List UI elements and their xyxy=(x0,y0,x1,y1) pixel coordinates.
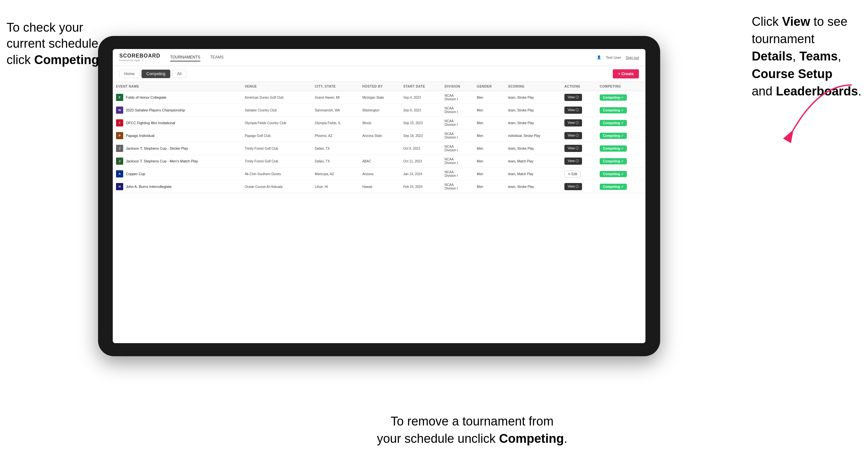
col-hosted: HOSTED BY xyxy=(359,82,400,91)
table-cell: Dallas, TX xyxy=(311,155,359,168)
scoring-cell: team, Stroke Play xyxy=(505,91,561,104)
view-button[interactable]: View ⓘ xyxy=(564,106,582,114)
col-city: CITY, STATE xyxy=(311,82,359,91)
scoring-cell: team, Match Play xyxy=(505,155,561,168)
table-cell: Oct 9, 2023 xyxy=(400,142,441,155)
col-actions: ACTIONS xyxy=(561,82,596,91)
table-cell: Michigan State xyxy=(359,91,400,104)
competing-cell: Competing ✓ xyxy=(596,129,646,142)
table-cell: Trinity Forest Golf Club xyxy=(242,142,311,155)
table-cell: Ocean Course At Hokuala xyxy=(242,180,311,193)
table-row: PPapago IndividualPapago Golf ClubPhoeni… xyxy=(113,129,646,142)
gender-cell: Men xyxy=(473,129,505,142)
nav-teams[interactable]: TEAMS xyxy=(210,54,223,61)
competing-button[interactable]: Competing ✓ xyxy=(600,158,627,164)
right-arrow xyxy=(727,65,858,150)
scoring-cell: individual, Stroke Play xyxy=(505,129,561,142)
competing-button[interactable]: Competing ✓ xyxy=(600,94,627,101)
table-cell: Maricopa, AZ xyxy=(311,168,359,180)
logo-text: SCOREBOARD xyxy=(119,53,160,59)
event-name-cell: HJohn A. Burns Intercollegiate xyxy=(113,180,242,193)
competing-button[interactable]: Competing ✓ xyxy=(600,184,627,190)
view-button[interactable]: View ⓘ xyxy=(564,94,582,101)
view-button[interactable]: View ⓘ xyxy=(564,119,582,126)
table-cell: Grand Haven, MI xyxy=(311,91,359,104)
division-cell: NCAADivision I xyxy=(441,142,473,155)
create-button[interactable]: + Create xyxy=(613,69,639,79)
view-button[interactable]: View ⓘ xyxy=(564,157,582,165)
division-cell: NCAADivision I xyxy=(441,104,473,117)
gender-cell: Men xyxy=(473,180,505,193)
table-cell: Olympia Fields, IL xyxy=(311,117,359,129)
division-cell: NCAADivision I xyxy=(441,155,473,168)
logo-sub: Powered by clippi xyxy=(119,59,160,62)
filter-bar: Home Competing All + Create xyxy=(113,66,646,82)
event-name-cell: IOFCC Fighting Illini Invitational xyxy=(113,117,242,129)
competing-cell: Competing ✓ xyxy=(596,142,646,155)
event-name-cell: W2023 Sahalee Players Championship xyxy=(113,104,242,117)
competing-cell: Competing ✓ xyxy=(596,117,646,129)
division-cell: NCAADivision I xyxy=(441,129,473,142)
competing-button[interactable]: Competing ✓ xyxy=(600,171,627,177)
gender-cell: Men xyxy=(473,142,505,155)
actions-cell: View ⓘ xyxy=(561,117,596,129)
tab-home[interactable]: Home xyxy=(119,70,140,78)
tournament-table: EVENT NAME VENUE CITY, STATE HOSTED BY S… xyxy=(113,82,646,193)
division-cell: NCAADivision I xyxy=(441,168,473,180)
table-cell: Feb 15, 2024 xyxy=(400,180,441,193)
table-cell: Sep 4, 2023 xyxy=(400,91,441,104)
filter-tabs: Home Competing All xyxy=(119,70,186,78)
annotation-bottom: To remove a tournament from your schedul… xyxy=(377,413,567,447)
nav-right: 👤 Test User Sign out xyxy=(597,55,639,60)
table-cell: Sep 15, 2023 xyxy=(400,117,441,129)
tab-all[interactable]: All xyxy=(172,70,186,78)
table-row: HJohn A. Burns IntercollegiateOcean Cour… xyxy=(113,180,646,193)
gender-cell: Men xyxy=(473,91,505,104)
col-gender: GENDER xyxy=(473,82,505,91)
view-button[interactable]: View ⓘ xyxy=(564,183,582,190)
col-venue: VENUE xyxy=(242,82,311,91)
competing-cell: Competing ✓ xyxy=(596,155,646,168)
table-cell: Sahalee Country Club xyxy=(242,104,311,117)
col-scoring: SCORING xyxy=(505,82,561,91)
table-cell: Papago Golf Club xyxy=(242,129,311,142)
table-cell: Trinity Forest Golf Club xyxy=(242,155,311,168)
col-date: START DATE xyxy=(400,82,441,91)
competing-button[interactable]: Competing ✓ xyxy=(600,146,627,152)
table-cell: Sep 18, 2023 xyxy=(400,129,441,142)
view-button[interactable]: View ⓘ xyxy=(564,132,582,139)
table-cell: Hawaii xyxy=(359,180,400,193)
event-name-cell: JJackson T. Stephens Cup - Stroke Play xyxy=(113,142,242,155)
division-cell: NCAADivision I xyxy=(441,91,473,104)
scoring-cell: team, Stroke Play xyxy=(505,117,561,129)
table-row: JJackson T. Stephens Cup - Stroke PlayTr… xyxy=(113,142,646,155)
table-row: JJackson T. Stephens Cup - Men's Match P… xyxy=(113,155,646,168)
event-name-cell: FFolds of Honor Collegiate xyxy=(113,91,242,104)
table-cell: American Dunes Golf Club xyxy=(242,91,311,104)
tab-competing[interactable]: Competing xyxy=(142,70,170,78)
sign-out-link[interactable]: Sign out xyxy=(626,56,639,60)
competing-button[interactable]: Competing ✓ xyxy=(600,133,627,139)
table-cell: Lihue, HI xyxy=(311,180,359,193)
tablet-screen: SCOREBOARD Powered by clippi TOURNAMENTS… xyxy=(113,49,646,343)
edit-button[interactable]: ✏ Edit xyxy=(564,170,581,178)
table-cell: Arizona State xyxy=(359,129,400,142)
actions-cell: ✏ Edit xyxy=(561,168,596,180)
table-row: IOFCC Fighting Illini InvitationalOlympi… xyxy=(113,117,646,129)
view-button[interactable]: View ⓘ xyxy=(564,145,582,152)
nav-tournaments[interactable]: TOURNAMENTS xyxy=(170,54,200,61)
user-icon: 👤 xyxy=(597,55,601,60)
gender-cell: Men xyxy=(473,117,505,129)
user-name: Test User xyxy=(606,56,621,60)
actions-cell: View ⓘ xyxy=(561,142,596,155)
actions-cell: View ⓘ xyxy=(561,155,596,168)
competing-cell: Competing ✓ xyxy=(596,91,646,104)
table-cell xyxy=(359,142,400,155)
gender-cell: Men xyxy=(473,104,505,117)
scoring-cell: team, Match Play xyxy=(505,168,561,180)
competing-cell: Competing ✓ xyxy=(596,104,646,117)
table-cell: Oct 11, 2023 xyxy=(400,155,441,168)
competing-button[interactable]: Competing ✓ xyxy=(600,120,627,126)
competing-button[interactable]: Competing ✓ xyxy=(600,107,627,114)
division-cell: NCAADivision I xyxy=(441,117,473,129)
